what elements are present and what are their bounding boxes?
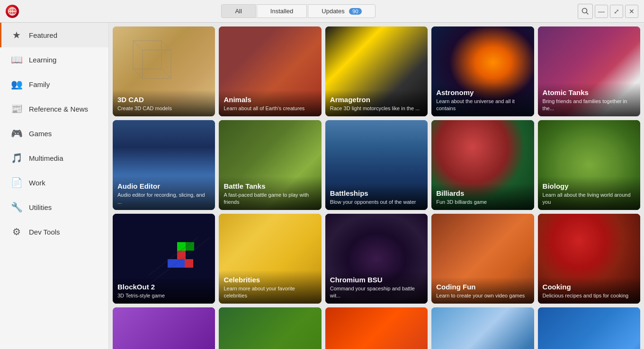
- sidebar-label-family: Family: [29, 80, 50, 88]
- titlebar-left: [6, 5, 19, 18]
- window-controls: — ⤢ ✕: [578, 4, 638, 19]
- app-title-animals: Animals: [224, 96, 316, 104]
- sidebar-icon-work: 📄: [11, 177, 22, 188]
- app-title-battletanks: Battle Tanks: [224, 182, 316, 190]
- sidebar: ★ Featured 📖 Learning 👥 Family 📰 Referen…: [0, 23, 109, 349]
- app-title-chromium: Chromium BSU: [330, 276, 423, 284]
- sidebar-label-games: Games: [29, 130, 52, 138]
- app-desc-codingfun: Learn to create your own video games: [436, 292, 529, 299]
- app-desc-audioeditor: Audio editor for recording, slicing, and…: [117, 192, 210, 205]
- app-desc-armagetron: Race 3D light motorcycles like in the ..…: [330, 105, 423, 112]
- app-card-row4a[interactable]: [113, 307, 215, 349]
- app-card-row4d[interactable]: [431, 307, 534, 349]
- app-card-astronomy[interactable]: Astronomy Learn about the universe and a…: [431, 26, 534, 116]
- app-card-blockout[interactable]: BlockOut 2 3D Tetris-style game: [113, 214, 215, 304]
- sidebar-item-reference-news[interactable]: 📰 Reference & News: [0, 96, 108, 121]
- app-title-astronomy: Astronomy: [436, 88, 529, 96]
- app-desc-celebrities: Learn more about your favorite celebriti…: [224, 285, 316, 299]
- sidebar-item-featured[interactable]: ★ Featured: [0, 23, 108, 47]
- app-card-overlay-battletanks: Battle Tanks A fast-paced battle game to…: [219, 176, 321, 210]
- app-card-animals[interactable]: Animals Learn about all of Earth's creat…: [219, 26, 321, 116]
- app-desc-battletanks: A fast-paced battle game to play with fr…: [224, 192, 316, 205]
- app-card-overlay-chromium: Chromium BSU Command your spaceship and …: [325, 270, 428, 304]
- sidebar-icon-multimedia: 🎵: [11, 152, 22, 164]
- app-card-overlay-3dcad: 3D CAD Create 3D CAD models: [113, 90, 215, 116]
- app-title-biology: Biology: [543, 182, 635, 190]
- svg-line-11: [161, 69, 171, 79]
- app-card-audioeditor[interactable]: Audio Editor Audio editor for recording,…: [113, 120, 215, 210]
- svg-line-10: [133, 69, 143, 79]
- titlebar: All Installed Updates 90 — ⤢ ✕: [0, 0, 644, 23]
- app-desc-cooking: Delicious recipes and tips for cooking: [543, 292, 635, 299]
- app-logo: [6, 5, 19, 18]
- search-button[interactable]: [578, 4, 593, 19]
- sidebar-item-multimedia[interactable]: 🎵 Multimedia: [0, 146, 108, 170]
- app-card-overlay-codingfun: Coding Fun Learn to create your own vide…: [431, 277, 534, 304]
- app-card-codingfun[interactable]: Coding Fun Learn to create your own vide…: [431, 214, 534, 304]
- app-card-overlay-atomictanks: Atomic Tanks Bring friends and families …: [538, 83, 640, 116]
- sidebar-label-multimedia: Multimedia: [29, 154, 63, 162]
- app-card-chromium[interactable]: Chromium BSU Command your spaceship and …: [325, 214, 428, 304]
- app-card-row4b[interactable]: [219, 307, 321, 349]
- sidebar-item-work[interactable]: 📄 Work: [0, 170, 108, 195]
- sidebar-icon-learning: 📖: [11, 54, 22, 65]
- sidebar-item-dev-tools[interactable]: ⚙ Dev Tools: [0, 219, 108, 244]
- sidebar-item-games[interactable]: 🎮 Games: [0, 121, 108, 146]
- sidebar-item-family[interactable]: 👥 Family: [0, 72, 108, 96]
- app-card-battletanks[interactable]: Battle Tanks A fast-paced battle game to…: [219, 120, 321, 210]
- sidebar-label-dev-tools: Dev Tools: [29, 228, 60, 236]
- app-card-biology[interactable]: Biology Learn all about the living world…: [538, 120, 640, 210]
- app-card-battleships[interactable]: Battleships Blow your opponents out of t…: [325, 120, 428, 210]
- app-desc-biology: Learn all about the living world around …: [543, 192, 635, 205]
- app-title-armagetron: Armagetron: [330, 96, 423, 104]
- app-card-overlay-biology: Biology Learn all about the living world…: [538, 176, 640, 210]
- app-desc-animals: Learn about all of Earth's creatures: [224, 105, 316, 112]
- app-title-billiards: Billiards: [436, 189, 529, 197]
- sidebar-icon-featured: ★: [11, 29, 22, 41]
- tab-installed[interactable]: Installed: [257, 4, 307, 18]
- svg-rect-13: [186, 242, 194, 251]
- close-button[interactable]: ✕: [625, 5, 638, 18]
- minimize-button[interactable]: —: [595, 5, 608, 18]
- svg-rect-14: [177, 251, 186, 259]
- app-title-atomictanks: Atomic Tanks: [543, 88, 635, 96]
- updates-badge: 90: [349, 8, 361, 15]
- app-title-codingfun: Coding Fun: [436, 283, 529, 291]
- nav-tabs: All Installed Updates 90: [221, 4, 375, 18]
- svg-line-5: [586, 12, 588, 14]
- app-card-armagetron[interactable]: Armagetron Race 3D light motorcycles lik…: [325, 26, 428, 116]
- tab-updates[interactable]: Updates 90: [308, 4, 375, 18]
- app-title-3dcad: 3D CAD: [117, 96, 210, 104]
- sidebar-icon-reference-news: 📰: [11, 103, 22, 114]
- app-desc-atomictanks: Bring friends and families together in t…: [543, 98, 635, 112]
- app-desc-billiards: Fun 3D billiards game: [436, 199, 529, 205]
- sidebar-item-learning[interactable]: 📖 Learning: [0, 47, 108, 72]
- app-title-audioeditor: Audio Editor: [117, 182, 210, 190]
- svg-rect-12: [177, 242, 186, 251]
- sidebar-label-reference-news: Reference & News: [29, 105, 88, 113]
- svg-line-8: [133, 41, 143, 50]
- app-card-3dcad[interactable]: 3D CAD Create 3D CAD models: [113, 26, 215, 116]
- app-card-celebrities[interactable]: Celebrities Learn more about your favori…: [219, 214, 321, 304]
- sidebar-item-utilities[interactable]: 🔧 Utilities: [0, 195, 108, 219]
- app-card-row4c[interactable]: [325, 307, 428, 349]
- app-card-row4e[interactable]: [538, 307, 640, 349]
- app-title-cooking: Cooking: [543, 283, 635, 291]
- app-desc-blockout: 3D Tetris-style game: [117, 292, 210, 299]
- svg-line-9: [161, 41, 171, 50]
- content-area: 3D CAD Create 3D CAD models Animals Lear…: [109, 23, 644, 349]
- app-card-overlay-cooking: Cooking Delicious recipes and tips for c…: [538, 277, 640, 304]
- app-desc-astronomy: Learn about the universe and all it cont…: [436, 98, 529, 112]
- app-card-cooking[interactable]: Cooking Delicious recipes and tips for c…: [538, 214, 640, 304]
- app-card-atomictanks[interactable]: Atomic Tanks Bring friends and families …: [538, 26, 640, 116]
- tab-all[interactable]: All: [221, 4, 255, 18]
- app-grid: 3D CAD Create 3D CAD models Animals Lear…: [113, 26, 640, 349]
- sidebar-icon-dev-tools: ⚙: [11, 226, 22, 237]
- app-card-overlay-audioeditor: Audio Editor Audio editor for recording,…: [113, 176, 215, 210]
- restore-button[interactable]: ⤢: [610, 5, 623, 18]
- app-card-overlay-armagetron: Armagetron Race 3D light motorcycles lik…: [325, 90, 428, 116]
- sidebar-label-work: Work: [29, 179, 45, 187]
- sidebar-label-utilities: Utilities: [29, 203, 52, 211]
- sidebar-icon-utilities: 🔧: [11, 201, 22, 213]
- app-card-billiards[interactable]: Billiards Fun 3D billiards game: [431, 120, 534, 210]
